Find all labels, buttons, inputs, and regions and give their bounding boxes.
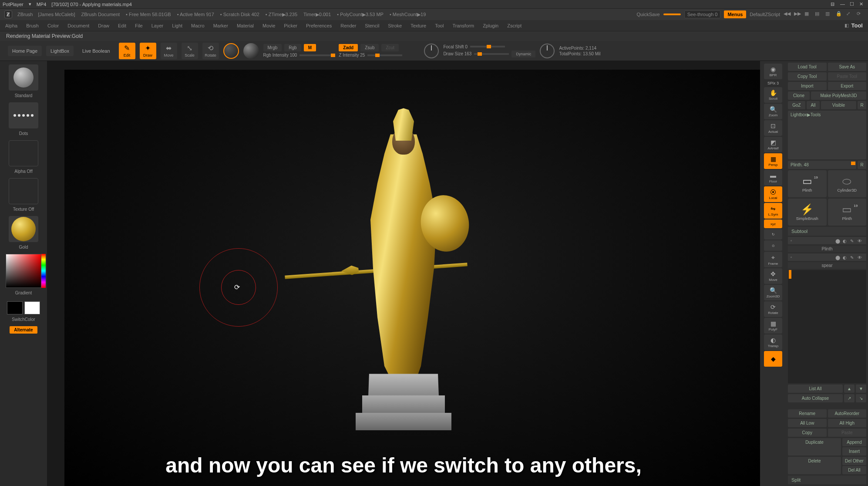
subtool-header[interactable]: Subtool (788, 227, 866, 236)
menu-edit[interactable]: Edit (118, 23, 126, 28)
toggle1-icon[interactable]: ⬤ (835, 255, 841, 260)
goz-r-button[interactable]: R (858, 101, 866, 109)
split-header[interactable]: Split (788, 476, 866, 484)
quicksave-button[interactable]: QuickSave (637, 12, 660, 17)
focal-dial[interactable] (424, 44, 439, 58)
rgb-intensity-label[interactable]: Rgb Intensity 100 (263, 53, 297, 57)
rot-x-button[interactable]: ⊙ (764, 240, 782, 251)
switch-color-button[interactable]: SwitchColor (12, 316, 35, 324)
list-all-button[interactable]: List All (788, 385, 843, 393)
material-sphere-1[interactable] (223, 43, 239, 59)
aahalf-button[interactable]: ◩AAHalf (764, 137, 782, 152)
maximize-icon[interactable]: ☐ (850, 1, 856, 7)
rename-button[interactable]: Rename (788, 409, 827, 418)
menu-transform[interactable]: Transform (452, 23, 474, 28)
menu-file[interactable]: File (135, 23, 143, 28)
material-sphere-2[interactable] (243, 43, 259, 59)
zoom3d-button[interactable]: 🔍Zoom3D (764, 285, 782, 300)
tool-item-simplebrush[interactable]: ⚡ SimpleBrush (788, 199, 827, 226)
lsym-button[interactable]: ⇋L.Sym (764, 203, 782, 219)
subtool-plinth[interactable]: ▫ ⬤ ◐ ✎ 👁 (788, 237, 866, 244)
z-intensity-label[interactable]: Z Intensity 25 (339, 53, 365, 57)
live-boolean-button[interactable]: Live Boolean (78, 46, 114, 56)
draw-size-label[interactable]: Draw Size 163 (443, 51, 471, 56)
chevron-down-icon[interactable]: ▾ (29, 1, 31, 7)
material-thumb[interactable] (9, 216, 38, 242)
move-mode-button[interactable]: ⬌Move (161, 43, 177, 59)
zcut-button[interactable]: Zcut (381, 44, 398, 51)
menus-button[interactable]: Menus (724, 10, 746, 18)
tool-item-cylinder[interactable]: ⬭ Cylinder3D (828, 170, 867, 197)
load-tool-button[interactable]: Load Tool (788, 63, 827, 71)
refresh-icon[interactable]: ⟳ (857, 11, 864, 18)
prev-icon[interactable]: ◀◀ (784, 11, 791, 18)
rotate-nav-button[interactable]: ⟳Rotate (764, 301, 782, 317)
rgb-intensity-slider[interactable] (299, 54, 334, 56)
z-intensity-slider[interactable] (367, 54, 402, 56)
insert-button[interactable]: Insert (842, 447, 866, 456)
focal-shift-label[interactable]: Focal Shift 0 (443, 44, 468, 49)
menu-marker[interactable]: Marker (213, 23, 228, 28)
scale-mode-button[interactable]: ⤡Scale (182, 43, 198, 59)
menu-material[interactable]: Material (237, 23, 254, 28)
zsub-button[interactable]: Zsub (360, 44, 379, 51)
autoreorder-button[interactable]: AutoReorder (828, 409, 867, 418)
menu-color[interactable]: Color (47, 23, 59, 28)
collapse-down-button[interactable]: ↘ (856, 394, 866, 402)
move-nav-button[interactable]: ✥Move (764, 268, 782, 284)
mrgb-button[interactable]: Mrgb (263, 44, 282, 51)
zadd-button[interactable]: Zadd (339, 44, 358, 51)
menu-layer[interactable]: Layer (151, 23, 164, 28)
make-polymesh-button[interactable]: Make PolyMesh3D (811, 91, 866, 100)
toggle2-icon[interactable]: ◐ (843, 255, 849, 260)
draw-mode-button[interactable]: ✦Draw (140, 43, 156, 59)
menu-render[interactable]: Render (340, 23, 356, 28)
stroke-thumb[interactable] (9, 102, 38, 128)
menu-zplugin[interactable]: Zplugin (483, 23, 498, 28)
plinth-slider[interactable]: Plinth. 48 (788, 161, 856, 169)
actual-button[interactable]: ⊡Actual (764, 120, 782, 136)
alternate-button[interactable]: Alternate (10, 326, 37, 334)
viewport[interactable]: ⟳ and now you can see if we switch to an… (47, 61, 760, 486)
dynamic-button[interactable]: Dynamic (511, 51, 535, 57)
eye-icon[interactable]: 👁 (858, 255, 864, 260)
save-as-button[interactable]: Save As (828, 63, 867, 71)
rgb-button[interactable]: Rgb (284, 44, 301, 51)
goz-button[interactable]: GoZ (788, 101, 805, 109)
brush-icon[interactable]: ✎ (850, 255, 856, 260)
floor-button[interactable]: ▬Floor (764, 170, 782, 186)
lock-icon[interactable]: 🔒 (836, 11, 843, 18)
menu-alpha[interactable]: Alpha (5, 23, 17, 28)
arrow-up-button[interactable]: ▲ (844, 385, 855, 393)
plinth-r-button[interactable]: R (858, 161, 866, 169)
alpha-thumb[interactable] (9, 140, 38, 166)
menu-stencil[interactable]: Stencil (365, 23, 379, 28)
local-button[interactable]: ⦿Local (764, 186, 782, 202)
tool-item-plinth2[interactable]: ▭ 19 Plinth (828, 199, 867, 226)
all-low-button[interactable]: All Low (788, 419, 827, 427)
menu-texture[interactable]: Texture (410, 23, 426, 28)
bpr-button[interactable]: ◉BPR (764, 64, 782, 79)
edit-mode-button[interactable]: ✎Edit (119, 43, 135, 59)
close-icon[interactable]: ✕ (859, 1, 865, 7)
subtool-scroll-area[interactable] (788, 270, 866, 383)
duplicate-button[interactable]: Duplicate (788, 438, 841, 456)
menu-macro[interactable]: Macro (191, 23, 205, 28)
spix-label[interactable]: SPix 3 (767, 80, 780, 86)
hue-strip[interactable] (41, 254, 46, 288)
export-button[interactable]: Export (828, 82, 867, 90)
lightbox-tools-button[interactable]: Lightbox▶Tools (788, 111, 866, 159)
frame-button[interactable]: ⌖Frame (764, 252, 782, 267)
collapse-up-button[interactable]: ↗ (844, 394, 855, 402)
next-icon[interactable]: ▶▶ (794, 11, 801, 18)
minimize-icon[interactable]: — (840, 1, 846, 7)
texture-thumb[interactable] (9, 178, 38, 204)
all-high-button[interactable]: All High (828, 419, 867, 427)
xyz-button[interactable]: xyz (764, 219, 782, 228)
persp-button[interactable]: ▦Persp (764, 153, 782, 169)
auto-collapse-button[interactable]: Auto Collapse (788, 394, 843, 402)
restore-icon[interactable]: ⊟ (831, 1, 837, 7)
statue-model[interactable] (330, 99, 478, 430)
potplayer-name[interactable]: PotPlayer (3, 2, 24, 7)
delete-button[interactable]: Delete (788, 457, 841, 474)
